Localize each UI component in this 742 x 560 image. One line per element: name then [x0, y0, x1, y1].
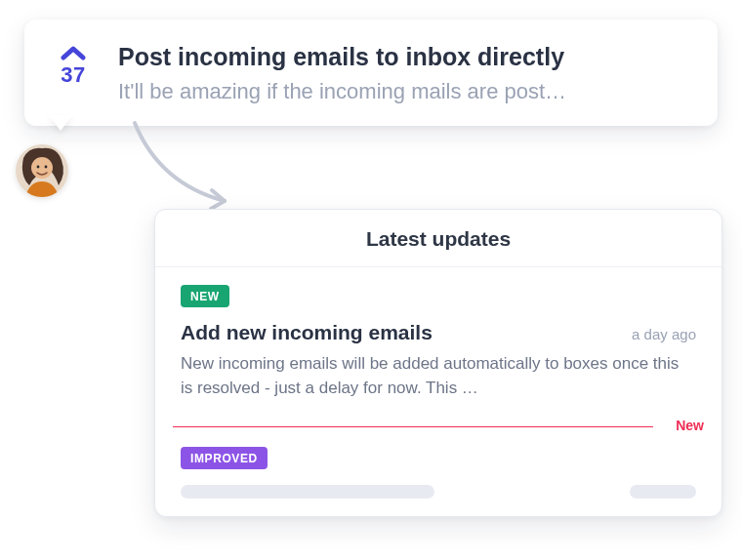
chevron-up-icon	[61, 45, 86, 60]
skeleton-row	[155, 473, 721, 504]
status-badge-new: NEW	[181, 285, 229, 307]
update-title: Add new incoming emails	[181, 321, 433, 344]
update-item[interactable]: NEW Add new incoming emails a day ago Ne…	[155, 267, 721, 414]
speech-bubble-tail	[49, 115, 72, 131]
updates-header: Latest updates	[155, 210, 721, 267]
vote-count: 37	[61, 62, 85, 88]
request-title: Post incoming emails to inbox directly	[118, 41, 688, 73]
request-body: Post incoming emails to inbox directly I…	[118, 41, 688, 104]
new-divider: New	[173, 418, 704, 435]
svg-point-2	[37, 166, 40, 169]
updates-panel: Latest updates NEW Add new incoming emai…	[154, 209, 722, 517]
update-item[interactable]: IMPROVED	[155, 435, 721, 473]
status-badge-improved: IMPROVED	[181, 447, 268, 469]
svg-point-3	[45, 166, 48, 169]
feature-request-card[interactable]: 37 Post incoming emails to inbox directl…	[24, 20, 718, 126]
vote-block[interactable]: 37	[50, 41, 97, 104]
divider-line	[173, 426, 653, 427]
avatar	[16, 144, 68, 197]
skeleton-title	[181, 485, 434, 499]
skeleton-meta	[630, 485, 696, 499]
update-timestamp: a day ago	[632, 326, 696, 342]
divider-label: New	[676, 418, 704, 433]
update-body: New incoming emails will be added automa…	[181, 352, 688, 400]
request-description: It'll be amazing if the incoming mails a…	[118, 79, 688, 104]
